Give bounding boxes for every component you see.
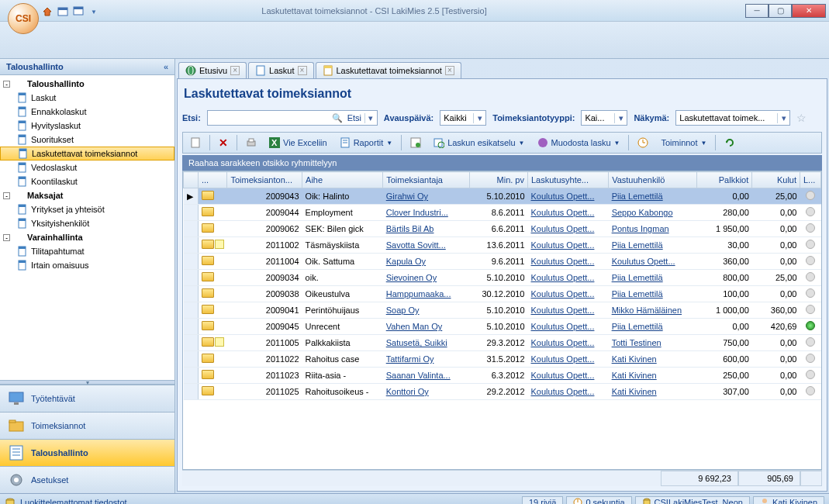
col-header[interactable]: Vastuuhenkilö [609,172,697,188]
tree-node[interactable]: -Taloushallinto [0,77,174,91]
table-row[interactable]: 2009044EmploymentClover Industri...8.6.2… [184,205,821,221]
cell-link[interactable]: Koulutus Opett... [531,224,595,233]
cell-link[interactable]: Koulutus Opett... [531,192,595,201]
cell-link[interactable]: Satusetä, Suikki [386,338,447,347]
minimize-button[interactable]: ─ [745,4,769,18]
tab[interactable]: Laskutettavat toimeksiannot× [316,62,461,78]
muodosta-button[interactable]: Muodosta lasku ▼ [532,135,626,150]
cell-link[interactable]: Clover Industri... [386,208,448,217]
action1-button[interactable] [405,135,427,150]
tree-toggle-icon[interactable]: - [3,192,10,199]
table-row[interactable]: 2009041PerintöhuijausSoap Oy5.10.2010Kou… [184,302,821,319]
chevron-down-icon[interactable]: ▾ [473,113,485,123]
toiminnot-button[interactable]: Toiminnot ▼ [655,136,712,150]
new-button[interactable] [185,135,206,150]
status-left-text[interactable]: Luokittelemattomat tiedostot [20,498,127,505]
tree-node[interactable]: -Varainhallinta [0,230,174,244]
tab-close-icon[interactable]: × [230,66,240,75]
nav-taloushallinto[interactable]: Taloushallinto [0,439,174,466]
cell-link[interactable]: Piia Lemettilä [612,192,663,201]
cell-link[interactable]: Saanan Valinta... [386,371,451,380]
tree-node[interactable]: Tilitapahtumat [0,244,174,258]
col-header[interactable] [184,172,199,188]
clock-button[interactable] [632,135,654,150]
col-header[interactable]: Toimeksiantaja [383,172,470,188]
nav-toimeksiannot[interactable]: Toimeksiannot [0,412,174,439]
nav-asetukset[interactable]: Asetukset [0,466,174,493]
table-row[interactable]: 2011023Riita-asia -Saanan Valinta...6.3.… [184,368,821,384]
table-row[interactable]: 2009045UnrecentVahen Man Oy5.10.2010Koul… [184,319,821,335]
cell-link[interactable]: Koulutus Opett... [531,208,595,217]
collapse-icon[interactable]: « [164,62,168,71]
esikatselu-button[interactable]: Laskun esikatselu ▼ [428,135,530,150]
tree-node[interactable]: Vedoslaskut [0,161,174,174]
col-header[interactable]: Aihe [302,172,383,188]
cell-link[interactable]: Piia Lemettilä [612,240,663,250]
cell-link[interactable]: Hamppumaaka... [386,289,451,299]
cell-link[interactable]: Koulutus Opett... [531,257,595,266]
chevron-down-icon[interactable]: ▾ [614,113,627,123]
tree-node[interactable]: Irtain omaisuus [0,258,174,272]
maximize-button[interactable]: ▢ [769,4,792,18]
cell-link[interactable]: Kati Kivinen [612,387,657,396]
app-orb[interactable]: CSI [8,3,39,34]
col-header[interactable]: Palkkiot [696,172,751,188]
cell-link[interactable]: Koulutus Opett... [531,354,595,364]
tyyppi-value[interactable] [582,111,614,125]
cell-link[interactable]: Konttori Oy [386,387,429,396]
cell-link[interactable]: Kapula Oy [386,257,426,266]
cell-link[interactable]: Soap Oy [386,306,420,315]
cell-link[interactable]: Koulutus Opett... [531,338,595,347]
chevron-down-icon[interactable]: ▾ [364,113,377,123]
col-header[interactable]: L... [800,172,821,188]
tab-close-icon[interactable]: × [298,66,307,75]
cell-link[interactable]: Tattifarmi Oy [386,354,434,364]
tree-node[interactable]: Yritykset ja yhteisöt [0,202,174,216]
favorite-icon[interactable]: ☆ [796,112,807,124]
nakyma-value[interactable] [676,111,777,125]
cell-link[interactable]: Koulutus Opett... [531,240,595,250]
cell-link[interactable]: Mikko Hämäläinen [612,306,682,315]
cell-link[interactable]: Sievoinen Oy [386,273,437,282]
cell-link[interactable]: Vahen Man Oy [386,322,443,331]
avaus-value[interactable] [440,111,473,125]
nav-työtehtävät[interactable]: Työtehtävät [0,385,174,412]
table-row[interactable]: ▶2009043Oik: HalintoGirahwi Oy5.10.2010K… [184,188,821,205]
col-header[interactable]: Min. pv [469,172,527,188]
tree-node[interactable]: Ennakkolaskut [0,105,174,119]
tyyppi-combo[interactable]: ▾ [581,110,627,126]
cell-link[interactable]: Koulutus Opett... [531,387,595,396]
tree-node[interactable]: Suoritukset [0,133,174,147]
table-row[interactable]: 2011022Rahoitus caseTattifarmi Oy31.5.20… [184,351,821,368]
tab-close-icon[interactable]: × [445,66,454,75]
tree-node[interactable]: -Maksajat [0,188,174,202]
cell-link[interactable]: Koulutus Opett... [531,306,595,315]
cell-link[interactable]: Koulutus Opett... [531,289,595,299]
table-row[interactable]: 2009034oik.Sievoinen Oy5.10.2010Koulutus… [184,270,821,286]
search-icon[interactable]: 🔍 [330,113,344,123]
table-row[interactable]: 2011002TäsmäyskiistaSavotta Sovitt...13.… [184,237,821,254]
col-header[interactable]: Toimeksianton... [227,172,302,188]
refresh-button[interactable] [719,135,741,150]
calendar-icon[interactable] [56,5,70,19]
cell-link[interactable]: Pontus Ingman [612,224,669,233]
tab[interactable]: Laskut× [248,62,313,78]
cell-link[interactable]: Koulutus Opett... [612,257,675,266]
home-icon[interactable] [40,5,54,19]
cell-link[interactable]: Girahwi Oy [386,192,428,201]
col-header[interactable]: Kulut [752,172,800,188]
cell-link[interactable]: Piia Lemettilä [612,322,663,331]
search-combo[interactable]: 🔍 Etsi ▾ [207,110,378,126]
cell-link[interactable]: Koulutus Opett... [531,322,595,331]
tree-node[interactable]: Yksityishenkilöt [0,216,174,230]
tree-node[interactable]: Koontilaskut [0,174,174,188]
chevron-down-icon[interactable]: ▾ [777,113,789,123]
tab[interactable]: Etusivu× [178,62,247,78]
window-icon[interactable] [71,5,85,19]
avaus-combo[interactable]: ▾ [440,110,486,126]
excel-button[interactable]: X Vie Exceliin [264,135,333,150]
search-input[interactable] [208,111,330,125]
cell-link[interactable]: Piia Lemettilä [612,273,663,282]
cell-link[interactable]: Kati Kivinen [612,354,657,364]
tree-node[interactable]: Hyvityslaskut [0,119,174,133]
